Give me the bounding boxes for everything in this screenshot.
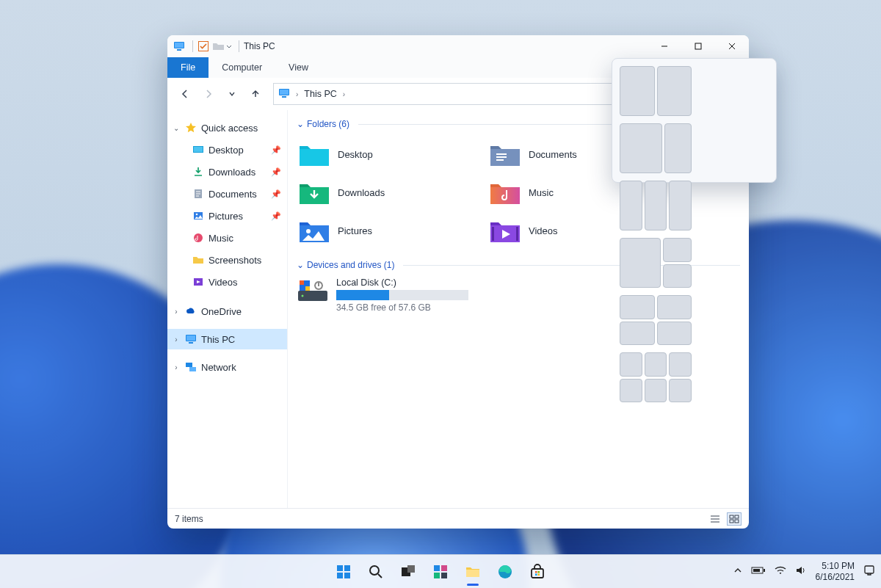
svg-rect-48 — [344, 565, 350, 571]
videos-folder-icon — [489, 217, 521, 244]
view-icons-toggle[interactable] — [727, 512, 742, 526]
edge-button[interactable] — [490, 557, 520, 587]
sidebar-this-pc[interactable]: ›This PC — [167, 329, 287, 349]
titlebar[interactable]: This PC — [167, 35, 749, 57]
svg-rect-2 — [177, 49, 181, 51]
chevron-right-icon[interactable]: › — [341, 90, 347, 98]
breadcrumb-location[interactable]: This PC — [304, 89, 336, 99]
up-button[interactable] — [245, 84, 266, 104]
battery-icon[interactable] — [751, 566, 766, 577]
snap-layout-option[interactable] — [620, 295, 692, 345]
svg-rect-56 — [441, 565, 447, 571]
volume-icon[interactable] — [795, 565, 807, 578]
tab-computer[interactable]: Computer — [209, 57, 275, 78]
folder-downloads[interactable]: Downloads — [297, 175, 473, 210]
documents-folder-icon — [489, 140, 521, 168]
tray-chevron-icon[interactable] — [733, 566, 742, 577]
sidebar-item-videos[interactable]: Videos — [167, 272, 287, 292]
status-bar: 7 items — [167, 508, 749, 529]
svg-rect-44 — [735, 515, 739, 518]
system-tray: 5:10 PM 6/16/2021 — [733, 561, 875, 583]
minimize-button[interactable] — [648, 35, 681, 57]
sidebar-item-pictures[interactable]: Pictures📌 — [167, 206, 287, 226]
svg-rect-60 — [532, 569, 543, 578]
star-icon — [185, 122, 197, 134]
pin-icon: 📌 — [271, 145, 281, 155]
monitor-icon — [278, 87, 290, 101]
chevron-right-icon[interactable]: › — [294, 90, 300, 98]
svg-rect-34 — [516, 227, 518, 241]
svg-rect-43 — [730, 515, 733, 518]
chevron-right-icon[interactable]: › — [172, 335, 181, 344]
svg-rect-26 — [189, 342, 193, 344]
svg-rect-67 — [753, 569, 760, 572]
clock-date: 6/16/2021 — [816, 572, 855, 583]
desktop-icon — [192, 144, 204, 156]
chevron-down-icon: ⌄ — [297, 119, 304, 129]
svg-point-51 — [370, 566, 379, 575]
store-button[interactable] — [523, 557, 552, 587]
svg-rect-25 — [186, 335, 195, 341]
sidebar-quick-access[interactable]: ⌄ Quick access — [167, 117, 287, 138]
folder-dropdown-icon[interactable] — [212, 40, 231, 52]
folder-pictures[interactable]: Pictures — [297, 213, 473, 248]
svg-rect-33 — [492, 227, 494, 241]
svg-rect-68 — [865, 566, 874, 573]
maximize-button[interactable] — [681, 35, 715, 57]
folder-desktop[interactable]: Desktop — [297, 137, 473, 172]
svg-rect-55 — [434, 565, 440, 571]
notifications-icon[interactable] — [863, 565, 875, 578]
sidebar-item-desktop[interactable]: Desktop📌 — [167, 139, 287, 160]
snap-layout-option[interactable] — [620, 181, 692, 231]
search-button[interactable] — [361, 557, 391, 587]
recent-dropdown[interactable] — [222, 84, 242, 104]
wifi-icon[interactable] — [775, 565, 786, 578]
sidebar-onedrive[interactable]: ›OneDrive — [167, 301, 287, 322]
checkbox-icon[interactable] — [197, 40, 209, 52]
file-explorer-taskbar-button[interactable] — [458, 557, 487, 587]
close-button[interactable] — [715, 35, 749, 57]
svg-point-22 — [194, 233, 203, 242]
tab-file[interactable]: File — [167, 57, 209, 78]
drive-label: Local Disk (C:) — [336, 277, 468, 288]
svg-rect-9 — [280, 90, 289, 95]
svg-rect-38 — [300, 280, 304, 285]
clock[interactable]: 5:10 PM 6/16/2021 — [816, 561, 855, 583]
sidebar-item-screenshots[interactable]: Screenshots — [167, 250, 287, 270]
view-details-toggle[interactable] — [708, 512, 722, 526]
chevron-right-icon[interactable]: › — [172, 363, 181, 371]
svg-rect-10 — [282, 96, 286, 98]
music-folder-icon — [489, 178, 521, 206]
back-button[interactable] — [175, 84, 195, 104]
tab-view[interactable]: View — [275, 57, 322, 78]
nav-pane: ⌄ Quick access Desktop📌 Downloads📌 Docum… — [167, 110, 288, 508]
widgets-button[interactable] — [426, 557, 455, 587]
svg-rect-49 — [337, 573, 343, 578]
snap-layout-option[interactable] — [620, 238, 692, 288]
svg-point-32 — [306, 229, 311, 233]
svg-rect-66 — [764, 569, 765, 572]
sidebar-network[interactable]: ›Network — [167, 357, 287, 377]
snap-layouts-flyout — [612, 58, 777, 183]
status-text: 7 items — [175, 514, 203, 524]
svg-rect-31 — [496, 159, 504, 161]
document-icon — [192, 188, 204, 200]
taskview-button[interactable] — [394, 557, 423, 587]
drive-icon — [297, 277, 329, 304]
start-button[interactable] — [329, 557, 358, 587]
desktop-folder-icon — [298, 140, 330, 168]
sidebar-item-documents[interactable]: Documents📌 — [167, 184, 287, 204]
svg-rect-54 — [407, 565, 415, 573]
svg-point-36 — [302, 295, 304, 297]
sidebar-item-downloads[interactable]: Downloads📌 — [167, 161, 287, 182]
snap-layout-option[interactable] — [620, 123, 692, 173]
chevron-right-icon[interactable]: › — [172, 308, 181, 316]
sidebar-item-label: Quick access — [201, 123, 258, 134]
snap-layout-option[interactable] — [620, 352, 692, 402]
chevron-down-icon[interactable]: ⌄ — [172, 124, 181, 132]
forward-button[interactable] — [198, 84, 219, 104]
snap-layout-option[interactable] — [620, 66, 692, 116]
sidebar-item-music[interactable]: Music — [167, 228, 287, 248]
svg-rect-45 — [730, 520, 733, 523]
svg-rect-27 — [186, 363, 192, 367]
